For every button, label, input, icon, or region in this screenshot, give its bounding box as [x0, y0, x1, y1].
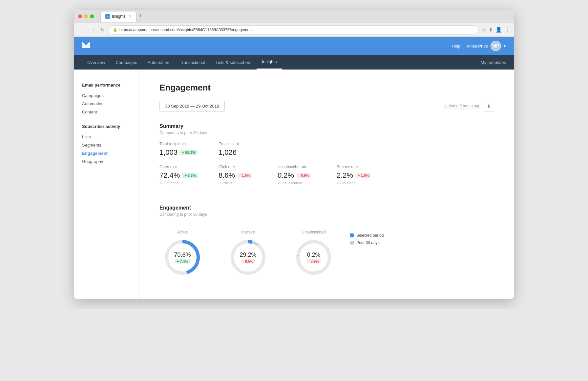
minimize-button[interactable] — [84, 14, 88, 18]
inactive-delta: - 6.5% — [241, 259, 255, 264]
browser-window: ✉ Insights × + ← → ↻ 🔒 https://campmon.c… — [74, 10, 514, 299]
maximize-button[interactable] — [90, 14, 94, 18]
browser-toolbar: ← → ↻ 🔒 https://campmon.createsend.com/i… — [74, 23, 514, 37]
subnav-transactional[interactable]: Transactional — [175, 55, 211, 70]
click-rate-value: 8.6% — [219, 171, 235, 180]
updated-text: Updated 9 hours ago — [444, 104, 480, 109]
active-donut-item: Active — [159, 230, 205, 277]
metrics-row-2: Open rate 72.4% + 7.7% 726 opened Click … — [159, 165, 494, 185]
my-templates-link[interactable]: My templates — [481, 60, 506, 65]
browser-tabs: ✉ Insights × + — [100, 11, 510, 22]
date-range-button[interactable]: 30 Sep 2018 — 29 Oct 2018 — [159, 101, 225, 111]
subnav-insights[interactable]: Insights — [257, 55, 282, 70]
app-container: Help Miles Price MP ▾ Overview Campaigns… — [74, 37, 514, 299]
toolbar-actions: ☆ ⬇ 👤 ⋮ — [481, 27, 510, 33]
total-recipients-label: Total recipients — [159, 142, 199, 146]
subnav-lists-subscribers[interactable]: Lists & subscribers — [210, 55, 257, 70]
lock-icon: 🔒 — [113, 28, 117, 32]
legend-prior-label: Prior 30 days — [356, 240, 380, 245]
menu-icon[interactable]: ⋮ — [505, 27, 510, 33]
emails-sent-metric: Emails sent 1,026 — [219, 142, 258, 158]
download-icon[interactable]: ⬇ — [489, 27, 493, 33]
unsubscribed-label: Unsubscribed — [291, 230, 337, 234]
unsubscribed-donut-center: 0.2% - 0.9% — [307, 251, 321, 264]
page-title: Engagement — [159, 83, 494, 93]
subnav-automation[interactable]: Automation — [142, 55, 175, 70]
user-name: Miles Price — [467, 44, 488, 49]
chevron-down-icon: ▾ — [504, 44, 506, 49]
total-recipients-metric: Total recipients 1,003 + 55.3% — [159, 142, 199, 158]
active-delta: + 7.4% — [175, 259, 190, 264]
subnav-campaigns[interactable]: Campaigns — [110, 55, 142, 70]
unsub-rate-label: Unsubscribe rate — [278, 165, 317, 169]
tab-title: Insights — [112, 14, 125, 19]
tab-favicon: ✉ — [105, 14, 110, 19]
open-rate-label: Open rate — [159, 165, 199, 169]
download-button[interactable]: ⬇ — [484, 101, 494, 111]
sidebar-item-automation[interactable]: Automation — [82, 100, 132, 108]
address-bar[interactable]: 🔒 https://campmon.createsend.com/insight… — [109, 25, 479, 34]
unsubscribed-delta: - 0.9% — [307, 259, 321, 264]
active-tab[interactable]: ✉ Insights × — [100, 11, 136, 22]
legend: Selected period Prior 30 days — [350, 233, 384, 245]
inactive-pct: 29.2% — [240, 251, 256, 258]
section-divider — [159, 195, 494, 195]
inactive-donut: 29.2% - 6.5% — [228, 238, 268, 277]
url-text: https://campmon.createsend.com/insights/… — [119, 28, 253, 32]
click-rate-badge: - 1.6% — [238, 173, 252, 178]
unsubscribed-donut-item: Unsubscribed — [291, 230, 337, 277]
active-donut: 70.6% + 7.4% — [163, 238, 202, 277]
traffic-lights — [78, 14, 94, 18]
subnav-overview[interactable]: Overview — [82, 55, 110, 70]
sidebar-item-segments[interactable]: Segments — [82, 141, 132, 149]
top-nav: Help Miles Price MP ▾ — [74, 37, 514, 55]
open-rate-value: 72.4% — [159, 171, 180, 180]
unsub-rate-value: 0.2% — [278, 171, 294, 180]
click-rate-sub: 86 clicks — [219, 181, 258, 185]
close-button[interactable] — [78, 14, 82, 18]
forward-button[interactable]: → — [89, 26, 96, 34]
new-tab-button[interactable]: + — [139, 13, 143, 20]
sidebar-item-geography[interactable]: Geography — [82, 157, 132, 166]
date-range-bar: 30 Sep 2018 — 29 Oct 2018 Updated 9 hour… — [159, 101, 494, 111]
summary-subtitle: Comparing to prior 30 days — [159, 130, 494, 135]
avatar: MP — [491, 41, 501, 51]
active-label: Active — [159, 230, 205, 234]
tab-close-icon[interactable]: × — [129, 14, 131, 19]
bounce-rate-sub: 23 bounced — [337, 181, 376, 185]
emails-sent-label: Emails sent — [219, 142, 258, 146]
inactive-label: Inactive — [225, 230, 271, 234]
legend-selected-dot — [350, 233, 354, 237]
bounce-rate-label: Bounce rate — [337, 165, 376, 169]
help-link[interactable]: Help — [452, 44, 461, 49]
bookmark-icon[interactable]: ☆ — [481, 27, 486, 33]
inactive-donut-center: 29.2% - 6.5% — [240, 251, 256, 264]
legend-prior-period: Prior 30 days — [350, 240, 384, 245]
click-rate-label: Click rate — [219, 165, 258, 169]
click-rate-metric: Click rate 8.6% - 1.6% 86 clicks — [219, 165, 258, 185]
open-rate-metric: Open rate 72.4% + 7.7% 726 opened — [159, 165, 199, 185]
sidebar-item-engagement[interactable]: Engagement — [82, 149, 132, 157]
sidebar-email-performance-title: Email performance — [82, 83, 132, 88]
logo[interactable] — [82, 42, 90, 50]
user-menu[interactable]: Miles Price MP ▾ — [467, 41, 506, 51]
sub-nav: Overview Campaigns Automation Transactio… — [74, 55, 514, 70]
total-recipients-badge: + 55.3% — [180, 150, 198, 155]
legend-prior-dot — [350, 241, 354, 245]
legend-selected-label: Selected period — [356, 233, 384, 238]
refresh-button[interactable]: ↻ — [99, 25, 106, 34]
sub-nav-items: Overview Campaigns Automation Transactio… — [82, 55, 282, 70]
back-button[interactable]: ← — [78, 26, 86, 34]
legend-selected-period: Selected period — [350, 233, 384, 238]
open-rate-sub: 726 opened — [159, 181, 199, 185]
sidebar-item-content[interactable]: Content — [82, 108, 132, 116]
sidebar-item-lists[interactable]: Lists — [82, 133, 132, 141]
sidebar-item-campaigns[interactable]: Campaigns — [82, 91, 132, 100]
unsub-rate-metric: Unsubscribe rate 0.2% - 0.9% 2 unsubscri… — [278, 165, 317, 185]
main-content: Engagement 30 Sep 2018 — 29 Oct 2018 Upd… — [140, 70, 514, 299]
emails-sent-value-row: 1,026 — [219, 148, 258, 157]
page-body: Email performance Campaigns Automation C… — [74, 70, 514, 299]
unsubscribed-pct: 0.2% — [307, 251, 321, 258]
profile-icon[interactable]: 👤 — [495, 27, 502, 33]
unsub-rate-sub: 2 unsubscribed — [278, 181, 317, 185]
